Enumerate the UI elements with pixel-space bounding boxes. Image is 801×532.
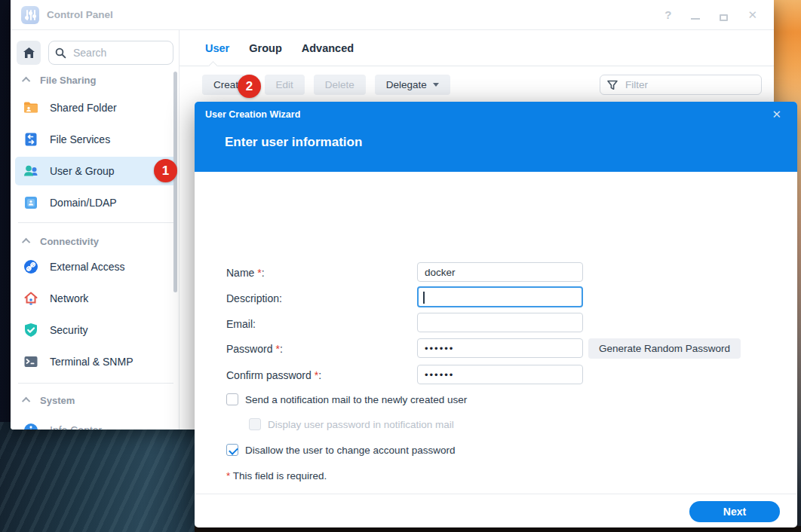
sidebar-item-shared-folder[interactable]: Shared Folder	[15, 93, 176, 122]
annotation-step-2-badge: 2	[238, 75, 261, 98]
search-icon	[55, 47, 66, 59]
text-cursor	[423, 292, 425, 304]
chevron-up-icon	[22, 77, 30, 85]
filter-funnel-icon	[607, 80, 618, 90]
titlebar: Control Panel ? ✕	[11, 0, 774, 30]
user-creation-wizard-dialog: User Creation Wizard ✕ Enter user inform…	[195, 102, 797, 527]
required-field-note: * This field is required.	[226, 470, 327, 482]
confirm-password-field[interactable]	[417, 365, 583, 384]
dialog-header: User Creation Wizard ✕ Enter user inform…	[195, 102, 797, 172]
confirm-password-label: Confirm password*:	[226, 369, 321, 381]
description-field[interactable]	[417, 286, 583, 307]
shared-folder-icon	[23, 99, 39, 116]
dialog-title: User Creation Wizard	[205, 109, 300, 120]
checkbox-disabled-icon[interactable]	[249, 418, 261, 430]
info-center-icon	[23, 422, 39, 430]
chevron-up-icon	[22, 397, 30, 405]
section-file-sharing[interactable]: File Sharing	[24, 72, 96, 87]
user-group-icon	[23, 163, 39, 179]
section-connectivity[interactable]: Connectivity	[24, 234, 99, 249]
dialog-close-icon[interactable]: ✕	[772, 108, 781, 121]
tab-bar: User Group Advanced	[180, 30, 774, 66]
close-icon[interactable]: ✕	[747, 7, 757, 23]
email-field[interactable]	[417, 313, 583, 332]
dialog-footer: Next	[195, 494, 797, 527]
send-notification-checkbox-row[interactable]: Send a notification mail to the newly cr…	[226, 393, 467, 405]
section-system[interactable]: System	[24, 393, 75, 408]
disallow-change-password-checkbox-row[interactable]: Disallow the user to change account pass…	[226, 444, 455, 456]
checkbox-checked-icon[interactable]	[226, 444, 238, 456]
description-label: Description:	[226, 292, 282, 304]
dialog-body: Name*: Description: Email: Password*: Ge…	[195, 172, 797, 494]
chevron-down-icon	[433, 83, 439, 87]
file-services-icon	[23, 131, 39, 148]
domain-ldap-icon	[23, 194, 39, 211]
sidebar-search[interactable]	[48, 41, 173, 65]
tab-group[interactable]: Group	[249, 42, 282, 54]
sidebar-scrollbar[interactable]	[173, 72, 177, 292]
sidebar-item-file-services[interactable]: File Services	[15, 125, 176, 154]
password-label: Password*:	[226, 343, 283, 355]
generate-random-password-button[interactable]: Generate Random Password	[588, 338, 741, 359]
sidebar: File Sharing Shared Folder File Services	[11, 30, 180, 430]
window-title: Control Panel	[47, 9, 113, 20]
delegate-button[interactable]: Delegate	[375, 75, 450, 95]
sidebar-item-domain-ldap[interactable]: Domain/LDAP	[15, 188, 176, 217]
minimize-icon[interactable]	[691, 18, 700, 20]
filter-input[interactable]	[624, 78, 737, 91]
external-access-icon	[23, 258, 39, 275]
filter-box[interactable]	[600, 75, 762, 95]
help-icon[interactable]: ?	[664, 7, 671, 23]
terminal-icon	[23, 353, 39, 370]
sidebar-item-user-group[interactable]: User & Group	[15, 157, 176, 185]
security-shield-icon	[23, 322, 39, 338]
control-panel-icon	[21, 6, 39, 24]
next-button[interactable]: Next	[689, 501, 780, 522]
network-icon	[23, 290, 39, 307]
home-button[interactable]	[17, 41, 41, 65]
name-label: Name*:	[226, 267, 265, 279]
email-label: Email:	[226, 318, 256, 330]
desktop: Control Panel ? ✕	[0, 0, 801, 532]
desktop-wallpaper-bottom-left	[0, 422, 205, 532]
tab-advanced[interactable]: Advanced	[302, 42, 354, 54]
delete-button[interactable]: Delete	[314, 75, 366, 95]
tab-user[interactable]: User	[205, 42, 229, 54]
chevron-up-icon	[22, 238, 30, 246]
sidebar-item-info-center[interactable]: Info Center	[15, 416, 176, 430]
checkbox-unchecked-icon[interactable]	[226, 393, 238, 405]
annotation-step-1-badge: 1	[154, 159, 177, 182]
home-icon	[23, 47, 35, 59]
sidebar-item-network[interactable]: Network	[15, 284, 176, 313]
name-field[interactable]	[417, 262, 583, 282]
sidebar-item-external-access[interactable]: External Access	[15, 252, 176, 281]
password-field[interactable]	[417, 338, 583, 358]
sidebar-divider	[18, 222, 173, 223]
sidebar-divider	[18, 383, 173, 384]
active-tab-notch	[208, 61, 218, 71]
search-input[interactable]	[72, 46, 155, 60]
sidebar-item-security[interactable]: Security	[15, 316, 176, 344]
dialog-heading: Enter user information	[225, 135, 362, 150]
edit-button[interactable]: Edit	[265, 75, 305, 95]
maximize-icon[interactable]	[720, 14, 728, 21]
sidebar-item-terminal-snmp[interactable]: Terminal & SNMP	[15, 347, 176, 376]
display-password-checkbox-row[interactable]: Display user password in notification ma…	[249, 418, 454, 430]
